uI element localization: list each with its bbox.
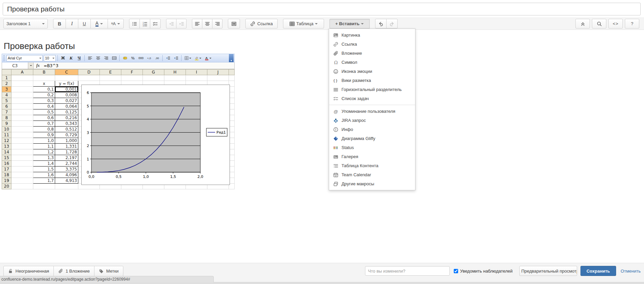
cell-B16[interactable]: 1,4 <box>33 161 55 167</box>
cell-A15[interactable] <box>11 155 33 161</box>
xl-merge-center-button[interactable] <box>111 55 118 61</box>
cell-B5[interactable]: 0,3 <box>33 98 55 104</box>
align-left-button[interactable] <box>192 19 202 29</box>
xl-align-right-button[interactable] <box>103 55 110 61</box>
cell-B20[interactable] <box>33 184 55 189</box>
cell-A8[interactable] <box>11 115 33 121</box>
cell-A13[interactable] <box>11 144 33 149</box>
toolbar-options-button[interactable]: ▾ <box>229 54 234 62</box>
xl-thousands-button[interactable]: 000 <box>137 55 145 61</box>
cell-B14[interactable]: 1,2 <box>33 149 55 155</box>
cell-B18[interactable]: 1,6 <box>33 172 55 178</box>
xl-increase-indent-button[interactable] <box>172 55 179 61</box>
insert-link-button[interactable]: Ссылка <box>245 19 278 29</box>
xl-font-color-dropdown[interactable]: А <box>203 55 212 61</box>
column-header-D[interactable]: D <box>78 69 100 75</box>
row-header-10[interactable]: 10 <box>2 127 11 132</box>
labels-button[interactable]: Метки <box>94 266 123 276</box>
column-header-H[interactable]: H <box>164 69 186 75</box>
cell-B10[interactable]: 0,8 <box>33 127 55 132</box>
cell-A20[interactable] <box>11 184 33 189</box>
cell-C8[interactable]: 0,216 <box>55 115 78 121</box>
insert-menu-item-info[interactable]: Инфо <box>329 125 415 134</box>
row-header-9[interactable]: 9 <box>2 121 11 127</box>
row-header-2[interactable]: 2 <box>2 81 11 87</box>
cell-A11[interactable] <box>11 132 33 138</box>
embedded-chart[interactable]: 01234560,00,51,01,52,0Ряд1 <box>81 85 230 185</box>
insert-menu-item-gliffy[interactable]: Диаграмма Gliffy <box>329 134 415 143</box>
cell-F1[interactable] <box>121 75 143 81</box>
cell-G1[interactable] <box>143 75 164 81</box>
row-header-6[interactable]: 6 <box>2 104 11 109</box>
column-header-I[interactable]: I <box>186 69 207 75</box>
row-header-13[interactable]: 13 <box>2 144 11 149</box>
cell-C9[interactable]: 0,343 <box>55 121 78 127</box>
xl-percent-button[interactable]: % <box>129 55 136 61</box>
cell-B8[interactable]: 0,6 <box>33 115 55 121</box>
insert-menu-item-task-list[interactable]: Список задач <box>329 94 415 103</box>
cell-A6[interactable] <box>11 104 33 109</box>
row-header-20[interactable]: 20 <box>2 184 11 189</box>
toolbar-drag-handle[interactable] <box>3 55 5 61</box>
cell-A1[interactable] <box>11 75 33 81</box>
cell-A18[interactable] <box>11 172 33 178</box>
insert-menu-item-content-table[interactable]: Таблица Контента <box>329 161 415 170</box>
redo-button[interactable] <box>386 19 398 29</box>
row-header-14[interactable]: 14 <box>2 149 11 155</box>
xl-fill-color-dropdown[interactable] <box>193 55 202 61</box>
row-header-15[interactable]: 15 <box>2 155 11 161</box>
row-header-4[interactable]: 4 <box>2 92 11 98</box>
cell-A14[interactable] <box>11 149 33 155</box>
help-button[interactable]: ? <box>625 19 639 29</box>
xl-borders-dropdown[interactable] <box>183 55 192 61</box>
cell-C18[interactable]: 4,096 <box>55 172 78 178</box>
indent-button[interactable] <box>176 19 187 29</box>
cell-C2[interactable]: y = f(x) <box>55 81 78 87</box>
insert-menu-item-link[interactable]: Ссылка <box>329 40 415 49</box>
text-color-dropdown[interactable]: A <box>90 19 108 29</box>
insert-menu-item-attachment[interactable]: Вложение <box>329 49 415 58</box>
underline-button[interactable]: U <box>78 19 91 29</box>
xl-align-left-button[interactable] <box>86 55 93 61</box>
formula-input[interactable]: =B3^3 <box>42 63 58 68</box>
restrictions-button[interactable]: Неограниченная <box>4 266 53 276</box>
insert-table-dropdown[interactable]: Таблица <box>283 19 324 29</box>
cell-A9[interactable] <box>11 121 33 127</box>
column-header-B[interactable]: B <box>33 69 55 75</box>
cell-B15[interactable]: 1,3 <box>33 155 55 161</box>
italic-button[interactable]: I <box>66 19 78 29</box>
cell-I1[interactable] <box>186 75 207 81</box>
insert-menu-item-wiki-markup[interactable]: { }Вики разметка <box>329 76 415 85</box>
row-header-12[interactable]: 12 <box>2 138 11 144</box>
column-header-F[interactable]: F <box>121 69 143 75</box>
cell-K1[interactable] <box>229 75 235 81</box>
cell-A2[interactable] <box>11 81 33 87</box>
cell-B3[interactable]: 0,1 <box>33 87 55 92</box>
cell-C16[interactable]: 2,744 <box>55 161 78 167</box>
cell-C10[interactable]: 0,512 <box>55 127 78 132</box>
xl-align-center-button[interactable] <box>94 55 102 61</box>
cell-B9[interactable]: 0,7 <box>33 121 55 127</box>
insert-menu-item-mention[interactable]: @Упоминание пользователя <box>329 107 415 116</box>
row-header-19[interactable]: 19 <box>2 178 11 184</box>
undo-button[interactable] <box>375 19 387 29</box>
search-replace-button[interactable] <box>592 19 606 29</box>
column-header-A[interactable]: A <box>11 69 33 75</box>
xl-bold-button[interactable]: Ж <box>59 55 67 61</box>
cell-C5[interactable]: 0,027 <box>55 98 78 104</box>
cell-H1[interactable] <box>164 75 186 81</box>
row-header-3[interactable]: 3 <box>2 87 11 92</box>
xl-decrease-decimal-button[interactable]: ,00 <box>154 55 161 61</box>
cell-C6[interactable]: 0,064 <box>55 104 78 109</box>
notify-watchers-checkbox[interactable] <box>454 269 458 273</box>
xl-underline-button[interactable]: Ч <box>76 55 83 61</box>
insert-dropdown-button[interactable]: + Вставить <box>329 19 370 29</box>
insert-menu-item-symbol[interactable]: ΩСимвол <box>329 58 415 67</box>
collapse-toolbar-button[interactable] <box>575 19 590 29</box>
cell-A17[interactable] <box>11 167 33 172</box>
cell-A3[interactable] <box>11 87 33 92</box>
cell-A19[interactable] <box>11 178 33 184</box>
cell-B19[interactable]: 1,7 <box>33 178 55 184</box>
insert-menu-item-emoticon[interactable]: Иконка эмоции <box>329 67 415 76</box>
cell-C19[interactable]: 4,913 <box>55 178 78 184</box>
